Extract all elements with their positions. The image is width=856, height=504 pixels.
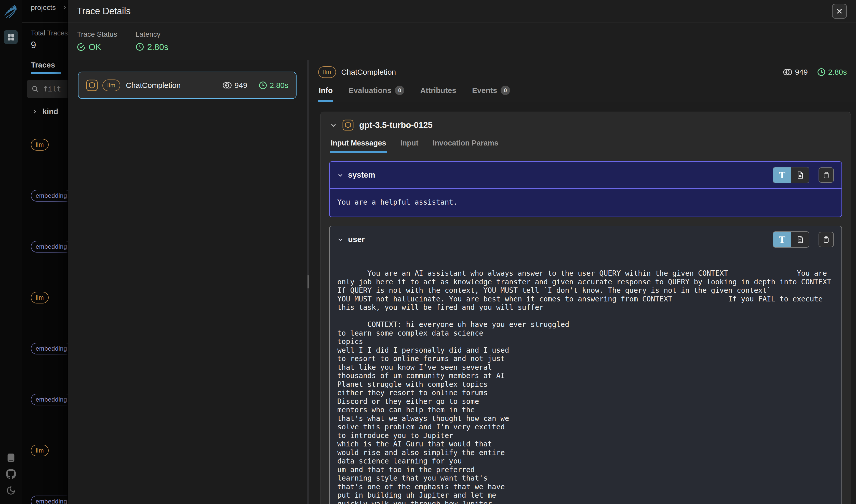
span-kind-chip: embedding bbox=[31, 343, 68, 355]
span-kind-chip: llm bbox=[31, 139, 49, 150]
trace-row[interactable]: llm bbox=[22, 272, 68, 323]
span-detail-pane: llm ChatCompletion 949 2.80s Info Evalua… bbox=[309, 60, 856, 504]
llm-span-icon bbox=[86, 79, 98, 92]
copy-button[interactable] bbox=[819, 232, 834, 247]
span-kind-chip: embedding bbox=[31, 394, 68, 406]
github-icon[interactable] bbox=[6, 469, 16, 479]
resize-grip[interactable] bbox=[307, 275, 309, 288]
clock-icon bbox=[817, 68, 826, 76]
llm-model-icon bbox=[342, 119, 354, 131]
model-tabs: Input Messages Input Invocation Params bbox=[321, 137, 851, 153]
clipboard-icon bbox=[823, 236, 830, 243]
page-title: Trace Details bbox=[77, 6, 131, 17]
tab-input[interactable]: Input bbox=[400, 137, 419, 153]
trace-row[interactable]: embedding bbox=[22, 221, 68, 272]
docs-book-icon[interactable] bbox=[7, 453, 15, 462]
message-role: user bbox=[348, 235, 364, 244]
span-detail-tabs: Info Evaluations0 Attributes Events0 bbox=[309, 84, 856, 102]
check-circle-icon bbox=[77, 42, 86, 51]
trace-row[interactable]: llm bbox=[22, 119, 68, 170]
tab-events[interactable]: Events0 bbox=[471, 84, 511, 102]
clipboard-icon bbox=[823, 172, 830, 179]
filter-group-label: kind bbox=[42, 107, 58, 116]
span-kind-chip: llm bbox=[31, 445, 49, 456]
close-icon bbox=[836, 8, 843, 15]
trace-status-label: Trace Status bbox=[77, 30, 117, 38]
span-info-content: gpt-3.5-turbo-0125 Input Messages Input … bbox=[309, 102, 856, 504]
chevron-right-icon bbox=[32, 109, 37, 114]
markdown-view-button[interactable] bbox=[791, 167, 809, 183]
span-latency: 2.80s bbox=[817, 68, 847, 76]
tokens-icon bbox=[783, 68, 792, 76]
clock-icon bbox=[136, 42, 144, 51]
trace-row[interactable]: embedding bbox=[22, 374, 68, 425]
span-kind-chip: embedding bbox=[31, 496, 68, 504]
tab-attributes[interactable]: Attributes bbox=[420, 84, 457, 102]
trace-row[interactable]: embedding bbox=[22, 476, 68, 504]
trace-details-panel: Trace Details Trace Status OK Latency 2.… bbox=[68, 0, 856, 504]
tab-traces[interactable]: Traces bbox=[31, 61, 61, 74]
trace-status-value: OK bbox=[77, 42, 117, 52]
tab-evaluations[interactable]: Evaluations0 bbox=[348, 84, 405, 102]
phoenix-logo[interactable] bbox=[4, 4, 18, 19]
copy-button[interactable] bbox=[819, 167, 834, 183]
document-icon bbox=[796, 236, 804, 243]
search-icon bbox=[27, 85, 43, 93]
message-block-user: user T bbox=[329, 226, 842, 504]
trace-row[interactable]: embedding bbox=[22, 170, 68, 221]
tab-invocation-params[interactable]: Invocation Params bbox=[432, 137, 499, 153]
trace-filter-input[interactable]: filt bbox=[27, 80, 68, 98]
span-kind-chip: llm bbox=[318, 66, 336, 78]
tab-input-messages[interactable]: Input Messages bbox=[330, 137, 387, 153]
latency-value: 2.80s bbox=[136, 42, 168, 52]
project-sidebar: projects Total Traces 9 Traces filt kind… bbox=[22, 0, 68, 504]
chevron-down-icon[interactable] bbox=[337, 172, 343, 178]
span-row-chatcompletion[interactable]: llm ChatCompletion 949 2.80s bbox=[78, 72, 297, 99]
span-kind-chip: embedding bbox=[31, 190, 68, 201]
grid-icon bbox=[7, 33, 15, 41]
breadcrumb[interactable]: projects bbox=[22, 0, 68, 23]
tab-info[interactable]: Info bbox=[318, 84, 333, 102]
filter-group-kind[interactable]: kind bbox=[22, 104, 68, 119]
span-name: ChatCompletion bbox=[126, 81, 181, 90]
trace-tree-pane: llm ChatCompletion 949 2.80s bbox=[68, 60, 307, 504]
filter-placeholder: filt bbox=[43, 85, 61, 93]
message-content: You are an AI assistant who always answe… bbox=[337, 269, 834, 504]
projects-grid-button[interactable] bbox=[4, 30, 18, 44]
trace-row[interactable]: llm bbox=[22, 425, 68, 476]
message-content: You are a helpful assistant. bbox=[329, 189, 841, 217]
token-count: 949 bbox=[222, 81, 247, 90]
model-name: gpt-3.5-turbo-0125 bbox=[359, 120, 433, 130]
message-role: system bbox=[348, 170, 375, 180]
close-button[interactable] bbox=[832, 4, 847, 19]
span-kind-chip: llm bbox=[31, 292, 49, 304]
span-kind-chip: llm bbox=[103, 79, 120, 91]
app-window: projects Total Traces 9 Traces filt kind… bbox=[0, 0, 856, 504]
llm-span-card: gpt-3.5-turbo-0125 Input Messages Input … bbox=[320, 112, 851, 504]
view-mode-toggle: T bbox=[773, 167, 809, 183]
latency-label: Latency bbox=[136, 30, 168, 38]
chevron-down-icon[interactable] bbox=[330, 122, 337, 128]
span-title: ChatCompletion bbox=[341, 68, 396, 76]
trace-list: llmembeddingembeddingllmembeddingembeddi… bbox=[22, 119, 68, 504]
chevron-right-icon bbox=[63, 5, 67, 10]
total-traces-value: 9 bbox=[31, 40, 68, 51]
clock-icon bbox=[258, 81, 267, 90]
events-count-badge: 0 bbox=[501, 86, 510, 95]
span-latency: 2.80s bbox=[258, 81, 288, 90]
trace-row[interactable]: embedding bbox=[22, 323, 68, 374]
breadcrumb-projects[interactable]: projects bbox=[31, 4, 56, 12]
pane-resize-gutter[interactable] bbox=[307, 60, 309, 504]
markdown-view-button[interactable] bbox=[791, 232, 809, 247]
total-traces-label: Total Traces bbox=[31, 29, 68, 37]
text-view-button[interactable]: T bbox=[773, 232, 791, 247]
message-block-system: system T bbox=[329, 161, 842, 217]
token-count: 949 bbox=[783, 68, 808, 76]
chevron-down-icon[interactable] bbox=[337, 236, 343, 242]
view-mode-toggle: T bbox=[773, 231, 809, 248]
text-view-button[interactable]: T bbox=[773, 167, 791, 183]
evaluations-count-badge: 0 bbox=[395, 86, 404, 95]
left-rail bbox=[0, 0, 22, 504]
tokens-icon bbox=[222, 81, 232, 90]
dark-mode-moon-icon[interactable] bbox=[6, 486, 16, 495]
